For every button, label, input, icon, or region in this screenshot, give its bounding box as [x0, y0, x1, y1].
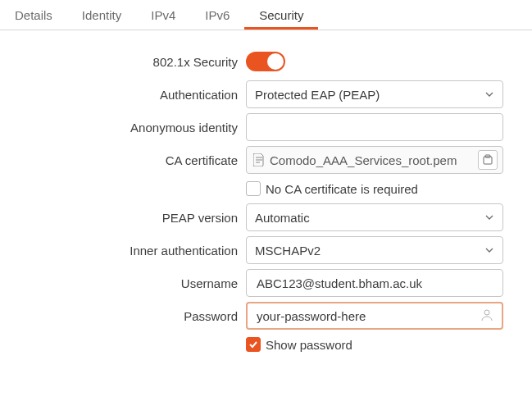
checkbox-no-ca-req[interactable] — [246, 181, 261, 196]
chevron-down-icon — [484, 245, 494, 255]
tab-identity[interactable]: Identity — [67, 0, 136, 30]
label-username: Username — [0, 276, 246, 290]
ca-cert-file-chooser[interactable]: Comodo_AAA_Services_root.pem — [246, 146, 503, 174]
person-icon — [480, 308, 494, 325]
select-inner-auth[interactable]: MSCHAPv2 — [246, 236, 503, 264]
security-form: 802.1x Security Authentication Protected… — [0, 30, 532, 357]
label-peap-version: PEAP version — [0, 211, 246, 225]
chevron-down-icon — [484, 89, 494, 99]
input-password[interactable] — [255, 308, 480, 324]
input-anon-identity[interactable] — [255, 120, 494, 135]
file-icon — [253, 153, 265, 166]
label-show-password: Show password — [266, 338, 352, 352]
checkbox-show-password[interactable] — [246, 337, 261, 352]
input-password-wrap — [246, 302, 503, 330]
chevron-down-icon — [484, 212, 494, 222]
browse-icon[interactable] — [478, 150, 498, 170]
tab-ipv4[interactable]: IPv4 — [136, 0, 190, 30]
label-8021x: 802.1x Security — [0, 55, 246, 69]
select-value: Automatic — [255, 211, 310, 225]
select-value: Protected EAP (PEAP) — [255, 88, 380, 102]
label-anon-identity: Anonymous identity — [0, 121, 246, 135]
tab-details[interactable]: Details — [0, 0, 67, 30]
tab-security[interactable]: Security — [244, 0, 318, 30]
tab-bar: Details Identity IPv4 IPv6 Security — [0, 0, 532, 30]
toggle-knob — [267, 53, 284, 70]
input-username[interactable] — [255, 276, 494, 291]
svg-point-2 — [484, 310, 489, 315]
label-ca-cert: CA certificate — [0, 153, 246, 167]
select-peap-version[interactable]: Automatic — [246, 203, 503, 231]
toggle-8021x[interactable] — [246, 52, 285, 71]
label-authentication: Authentication — [0, 88, 246, 102]
label-no-ca-req: No CA certificate is required — [266, 182, 418, 196]
input-anon-identity-wrap — [246, 113, 503, 141]
label-inner-auth: Inner authentication — [0, 244, 246, 258]
select-value: MSCHAPv2 — [255, 244, 321, 258]
tab-ipv6[interactable]: IPv6 — [190, 0, 244, 30]
select-authentication[interactable]: Protected EAP (PEAP) — [246, 80, 503, 108]
input-username-wrap — [246, 269, 503, 297]
ca-cert-filename: Comodo_AAA_Services_root.pem — [265, 153, 478, 167]
label-password: Password — [0, 309, 246, 323]
